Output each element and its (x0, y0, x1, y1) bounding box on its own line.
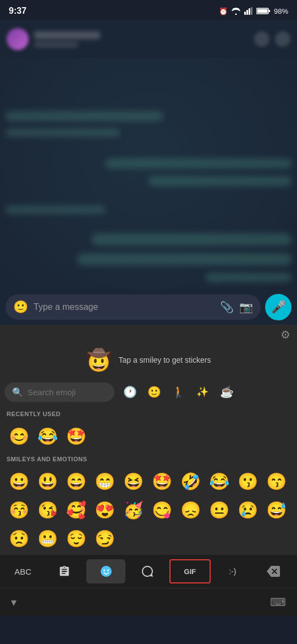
activities-icon: ✨ (196, 386, 208, 398)
chat-area (0, 20, 297, 290)
tab-recent[interactable]: 🕐 (119, 381, 141, 403)
emoji-item[interactable]: 😗 (233, 467, 262, 495)
message-input-bar: 🙂 Type a message 📎 📷 🎤 (0, 290, 297, 325)
emoji-item[interactable]: 😢 (233, 495, 262, 524)
message-placeholder[interactable]: Type a message (34, 302, 215, 312)
tab-activities[interactable]: ✨ (191, 381, 213, 403)
header-actions (254, 31, 290, 47)
objects-icon: ☕ (220, 385, 234, 399)
emoji-item[interactable]: 😐 (205, 495, 233, 524)
emoji-item[interactable]: 😬 (33, 524, 62, 553)
emoji-item[interactable]: 😀 (4, 467, 33, 495)
mic-icon: 🎤 (271, 300, 286, 314)
emoji-picker-icon[interactable]: 🙂 (13, 300, 28, 314)
emoji-item[interactable]: 😏 (90, 524, 119, 553)
contact-info (34, 31, 100, 47)
search-emoji-input[interactable] (28, 388, 107, 397)
emoji-search-row: 🔍 🕐 🙂 🚶 ✨ ☕ (0, 381, 297, 407)
emoji-item[interactable]: 😆 (119, 467, 147, 495)
emoji-item[interactable]: 😞 (176, 495, 205, 524)
wifi-icon (231, 7, 241, 15)
emoji-item[interactable]: 😋 (147, 495, 176, 524)
battery-icon (256, 7, 271, 15)
chat-message (91, 233, 292, 245)
svg-rect-1 (246, 10, 248, 15)
sticker-keyboard-icon (141, 565, 154, 578)
chat-message (206, 273, 292, 282)
bottom-nav: ▾ ⌨ (0, 588, 297, 615)
emoji-item[interactable]: 😃 (33, 467, 62, 495)
emoji-item[interactable]: 🤩 (62, 422, 90, 450)
emoji-keyboard-icon (100, 565, 113, 578)
clipboard-button[interactable] (45, 559, 84, 583)
backspace-button[interactable] (255, 559, 294, 583)
emoji-item[interactable]: 🤣 (176, 467, 205, 495)
clock-icon: 🕐 (123, 385, 137, 399)
keyboard-top-bar: ⚙ (0, 325, 297, 343)
status-bar: 9:37 ⏰ 98% (0, 0, 297, 20)
chat-header (0, 20, 297, 58)
sticker-promo-text: Tap a smiley to get stickers (118, 356, 211, 364)
emoji-item[interactable]: 😟 (4, 524, 33, 553)
emoji-button[interactable] (86, 559, 125, 583)
recent-emoji-grid: 😊 😂 🤩 (0, 419, 297, 452)
recently-used-label: RECENTLY USED (0, 407, 297, 419)
contact-name (34, 31, 100, 39)
emoji-item[interactable]: 😘 (33, 495, 62, 524)
sticker-button[interactable] (128, 559, 167, 583)
alarm-icon: ⏰ (219, 7, 228, 15)
category-tabs: 🕐 🙂 🚶 ✨ ☕ (119, 381, 238, 403)
emoji-item[interactable]: 😌 (62, 524, 90, 553)
avatar (7, 28, 29, 50)
emoji-item[interactable]: 😚 (4, 495, 33, 524)
emoji-item[interactable]: 😁 (90, 467, 119, 495)
keyboard-toolbar: ABC GIF :-) (0, 555, 297, 588)
contact-status (34, 42, 78, 47)
keyboard-area: ⚙ 🤠 Tap a smiley to get stickers 🔍 🕐 🙂 🚶… (0, 325, 297, 615)
emoji-item[interactable]: 😙 (262, 467, 290, 495)
tab-objects[interactable]: ☕ (216, 381, 238, 403)
emoji-item[interactable]: 😊 (4, 422, 33, 450)
backspace-icon (267, 566, 281, 577)
input-container[interactable]: 🙂 Type a message 📎 📷 (6, 294, 261, 320)
emoji-item[interactable]: 😄 (62, 467, 90, 495)
chat-message (148, 176, 292, 186)
people-icon: 🚶 (172, 385, 185, 399)
search-icon: 🔍 (12, 387, 23, 397)
emoji-item[interactable]: 😂 (33, 422, 62, 450)
battery-percent: 98% (274, 7, 288, 15)
emoji-item[interactable]: 😅 (262, 495, 290, 524)
svg-rect-5 (268, 10, 270, 12)
smileys-emoji-grid: 😀 😃 😄 😁 😆 🤩 🤣 😂 😗 😙 😚 😘 🥰 😍 🥳 😋 😞 😐 😢 😅 … (0, 465, 297, 555)
tab-smiley[interactable]: 🙂 (143, 381, 165, 403)
emoji-item[interactable]: 🥳 (119, 495, 147, 524)
svg-point-8 (103, 570, 105, 571)
chevron-down-icon[interactable]: ▾ (11, 596, 16, 609)
abc-button[interactable]: ABC (3, 559, 42, 583)
mic-button[interactable]: 🎤 (265, 294, 292, 320)
settings-gear-icon[interactable]: ⚙ (280, 328, 290, 341)
emoji-item[interactable]: 😍 (90, 495, 119, 524)
svg-rect-6 (257, 9, 267, 13)
chat-message (6, 206, 106, 214)
emoji-item[interactable]: 🤩 (147, 467, 176, 495)
gif-button[interactable]: GIF (169, 559, 211, 583)
svg-point-7 (101, 566, 112, 577)
more-icon (275, 31, 290, 47)
attach-icon[interactable]: 📎 (220, 301, 234, 314)
svg-point-9 (107, 570, 109, 571)
camera-icon[interactable]: 📷 (239, 301, 253, 314)
emoticon-button[interactable]: :-) (213, 559, 252, 583)
emoji-item[interactable]: 😂 (205, 467, 233, 495)
sticker-promo: 🤠 Tap a smiley to get stickers (0, 343, 297, 381)
status-time: 9:37 (9, 6, 26, 16)
tab-people[interactable]: 🚶 (167, 381, 189, 403)
signal-icon (244, 7, 253, 15)
chat-message (6, 111, 163, 121)
keyboard-icon[interactable]: ⌨ (270, 596, 286, 609)
sticker-cowboy-icon: 🤠 (86, 348, 112, 372)
emoji-item[interactable]: 🥰 (62, 495, 90, 524)
svg-rect-3 (251, 7, 252, 15)
emoji-search-box[interactable]: 🔍 (4, 383, 114, 402)
chat-message (77, 253, 292, 265)
